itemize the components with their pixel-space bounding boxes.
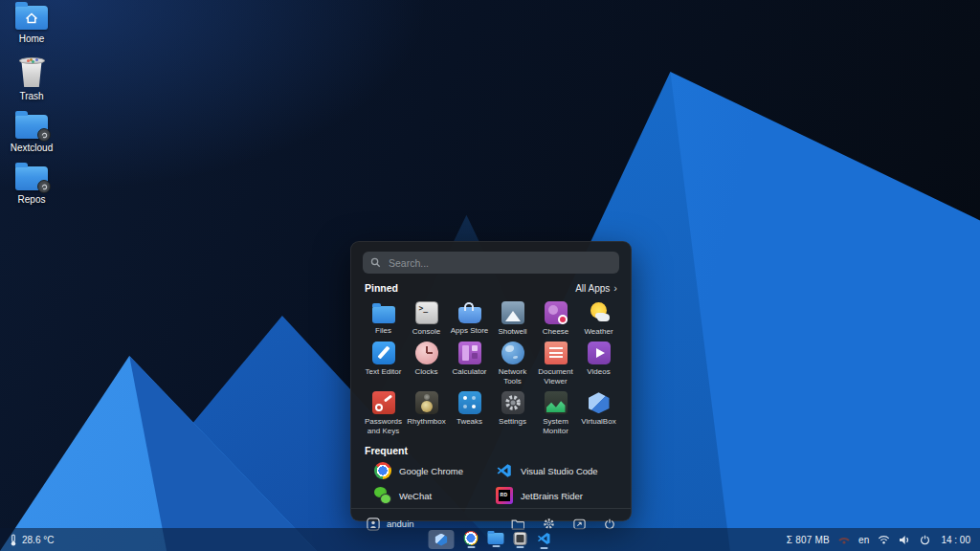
app-rhythmbox[interactable]: Rhythmbox [406, 389, 447, 436]
app-virtualbox[interactable]: VirtualBox [578, 389, 619, 436]
keyboard-layout[interactable]: en [858, 535, 870, 545]
passwords-keys-icon [372, 391, 395, 414]
cheese-icon [545, 301, 568, 324]
sync-emblem-icon [37, 180, 51, 193]
desktop-icon-repos[interactable]: Repos [4, 166, 59, 205]
desktop-icon-label: Nextcloud [11, 143, 53, 153]
desktop-icon-nextcloud[interactable]: Nextcloud [4, 115, 59, 153]
console-icon [514, 532, 527, 545]
chrome-icon [464, 531, 479, 545]
pinned-title: Pinned [365, 282, 398, 294]
desktop-icon-label: Repos [18, 194, 46, 205]
search-bar[interactable] [363, 252, 619, 274]
running-indicator [541, 547, 548, 549]
text-editor-icon [372, 342, 395, 364]
all-apps-button[interactable]: All Apps › [575, 283, 617, 294]
videos-icon [588, 342, 611, 364]
desktop-icon-home[interactable]: Home [4, 6, 59, 44]
wechat-icon [374, 487, 391, 504]
frequent-app-grid: Google Chrome Visual Studio Code WeChat … [374, 462, 617, 504]
virtualbox-icon [588, 391, 611, 414]
chevron-right-icon: › [613, 283, 617, 294]
taskbar-app-icons [429, 528, 552, 551]
app-wechat[interactable]: WeChat [374, 487, 496, 504]
document-viewer-icon [545, 342, 568, 364]
app-cheese[interactable]: Cheese [535, 299, 576, 337]
frequent-section-header: Frequent [365, 445, 617, 456]
vscode-icon [537, 531, 552, 546]
calculator-icon [458, 342, 481, 364]
apps-store-icon [458, 307, 481, 323]
desktop-icon-label: Home [19, 33, 45, 44]
jetbrains-rider-icon [496, 487, 513, 504]
clock[interactable]: 14 : 00 [941, 535, 970, 545]
pinned-app-grid: Files Console Apps Store Shotwell Cheese… [363, 299, 619, 436]
power-icon[interactable] [920, 535, 930, 545]
home-folder-icon [15, 6, 48, 30]
search-input[interactable] [387, 256, 612, 270]
shotwell-icon [501, 301, 524, 324]
running-indicator [517, 546, 524, 548]
app-passwords-and-keys[interactable]: Passwords and Keys [363, 389, 404, 436]
launcher-icon [435, 534, 448, 546]
app-visual-studio-code[interactable]: Visual Studio Code [496, 462, 617, 479]
frequent-title: Frequent [365, 445, 408, 456]
console-icon [415, 301, 438, 324]
app-calculator[interactable]: Calculator [449, 340, 490, 386]
app-settings[interactable]: Settings [492, 389, 533, 436]
rhythmbox-icon [415, 391, 438, 414]
folder-sync-icon [15, 166, 48, 190]
app-system-monitor[interactable]: System Monitor [535, 389, 576, 436]
app-weather[interactable]: Weather [578, 299, 619, 337]
clocks-icon [415, 342, 438, 364]
trash-icon [19, 57, 45, 87]
app-apps-store[interactable]: Apps Store [449, 299, 490, 337]
sync-emblem-icon [37, 128, 51, 142]
search-icon [370, 257, 381, 268]
app-clocks[interactable]: Clocks [406, 340, 447, 386]
desktop-icon-label: Trash [19, 91, 43, 101]
taskbar-app-files[interactable] [488, 528, 504, 551]
system-monitor-icon [545, 391, 568, 414]
house-glyph-icon [15, 6, 48, 30]
temperature-widget[interactable]: 28.6 °C [10, 534, 54, 546]
app-launcher-panel: Pinned All Apps › Files Console Apps Sto… [350, 241, 632, 521]
app-network-tools[interactable]: Network Tools [492, 340, 533, 386]
files-icon [372, 306, 395, 323]
app-jetbrains-rider[interactable]: JetBrains Rider [496, 487, 617, 504]
desktop-icon-column: Home Trash Nextcloud Repo [4, 6, 59, 205]
network-traffic-icon[interactable] [838, 535, 850, 544]
app-tweaks[interactable]: Tweaks [449, 389, 490, 436]
taskbar-app-vscode[interactable] [537, 528, 552, 551]
folder-sync-icon [15, 115, 48, 139]
pinned-section-header: Pinned All Apps › [365, 282, 617, 294]
app-videos[interactable]: Videos [578, 340, 619, 386]
taskbar-app-console[interactable] [514, 528, 527, 551]
taskbar: 28.6 °C [0, 528, 980, 551]
memory-indicator[interactable]: Σ 807 MB [787, 535, 830, 545]
taskbar-app-launcher-button[interactable] [429, 530, 455, 549]
system-tray: Σ 807 MB en 14 : 00 [787, 535, 970, 545]
weather-icon [588, 301, 611, 324]
temperature-value: 28.6 °C [22, 535, 54, 545]
chrome-icon [374, 462, 391, 479]
files-icon [488, 533, 504, 544]
wifi-icon[interactable] [878, 535, 890, 544]
app-google-chrome[interactable]: Google Chrome [374, 462, 496, 479]
running-indicator [467, 546, 475, 548]
network-tools-icon [501, 342, 524, 364]
thermometer-icon [10, 534, 17, 546]
app-text-editor[interactable]: Text Editor [363, 340, 404, 386]
app-shotwell[interactable]: Shotwell [492, 299, 533, 337]
desktop-icon-trash[interactable]: Trash [4, 57, 59, 101]
vscode-icon [496, 462, 513, 479]
app-files[interactable]: Files [363, 299, 404, 337]
desktop: Home Trash Nextcloud Repo [0, 0, 980, 551]
settings-icon [501, 391, 524, 414]
app-document-viewer[interactable]: Document Viewer [535, 340, 576, 386]
running-indicator [492, 545, 500, 547]
taskbar-app-chrome[interactable] [464, 528, 479, 551]
app-console[interactable]: Console [406, 299, 447, 337]
tweaks-icon [458, 391, 481, 414]
volume-icon[interactable] [899, 535, 911, 545]
